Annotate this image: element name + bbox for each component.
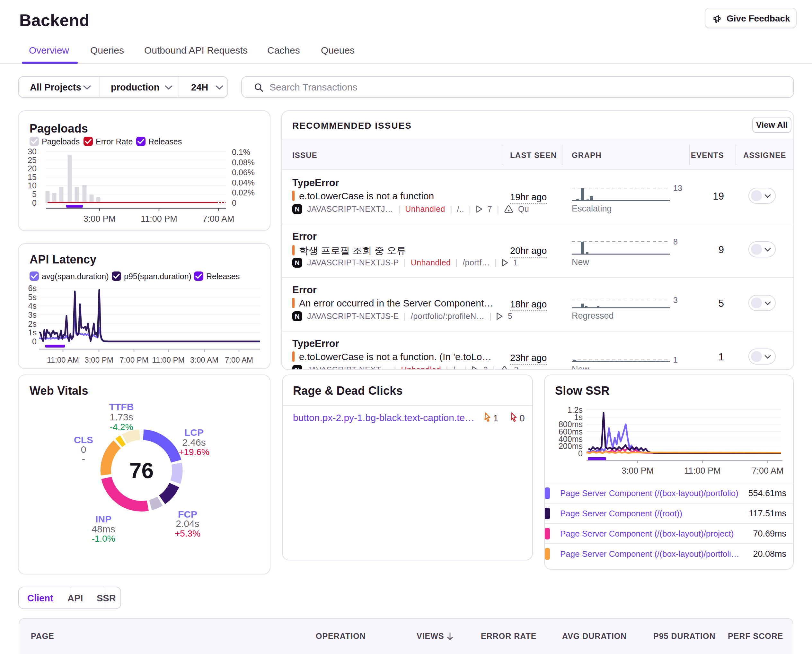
svg-text:3:00 PM: 3:00 PM [84, 356, 113, 364]
svg-text:0: 0 [32, 198, 37, 207]
svg-text:0.04%: 0.04% [232, 178, 255, 187]
svg-text:13: 13 [673, 184, 682, 193]
svg-text:0: 0 [232, 198, 236, 207]
svg-text:4s: 4s [28, 301, 37, 310]
svg-text:1: 1 [673, 355, 678, 364]
svg-text:1s: 1s [28, 328, 37, 337]
svg-text:0.08%: 0.08% [232, 158, 255, 167]
svg-text:5: 5 [32, 189, 37, 199]
svg-text:5s: 5s [28, 293, 37, 302]
svg-text:30: 30 [28, 147, 37, 156]
svg-text:11:00 PM: 11:00 PM [152, 356, 185, 364]
svg-text:10: 10 [28, 181, 37, 190]
svg-text:3:00 PM: 3:00 PM [622, 466, 654, 475]
svg-text:2s: 2s [28, 319, 37, 328]
svg-text:3: 3 [673, 296, 678, 304]
svg-text:11:00 PM: 11:00 PM [141, 214, 177, 224]
svg-text:76: 76 [129, 458, 154, 483]
svg-text:7:00 AM: 7:00 AM [225, 356, 253, 364]
svg-text:15: 15 [28, 173, 37, 182]
svg-text:20: 20 [28, 164, 37, 173]
svg-text:7:00 AM: 7:00 AM [752, 466, 783, 475]
svg-text:0.02%: 0.02% [232, 188, 255, 197]
svg-text:11:00 AM: 11:00 AM [47, 356, 79, 364]
svg-text:0: 0 [32, 337, 37, 346]
svg-text:8: 8 [673, 238, 678, 246]
svg-text:25: 25 [28, 156, 37, 165]
svg-text:0: 0 [578, 449, 583, 458]
svg-text:11:00 PM: 11:00 PM [684, 466, 721, 475]
svg-text:0.1%: 0.1% [232, 148, 250, 157]
svg-text:3:00 PM: 3:00 PM [84, 214, 116, 224]
svg-text:7:00 AM: 7:00 AM [202, 214, 234, 224]
svg-text:3s: 3s [28, 310, 37, 319]
svg-text:0.06%: 0.06% [232, 168, 255, 177]
svg-text:7:00 PM: 7:00 PM [120, 356, 148, 364]
svg-text:6s: 6s [28, 284, 37, 293]
svg-text:3:00 AM: 3:00 AM [190, 356, 218, 364]
